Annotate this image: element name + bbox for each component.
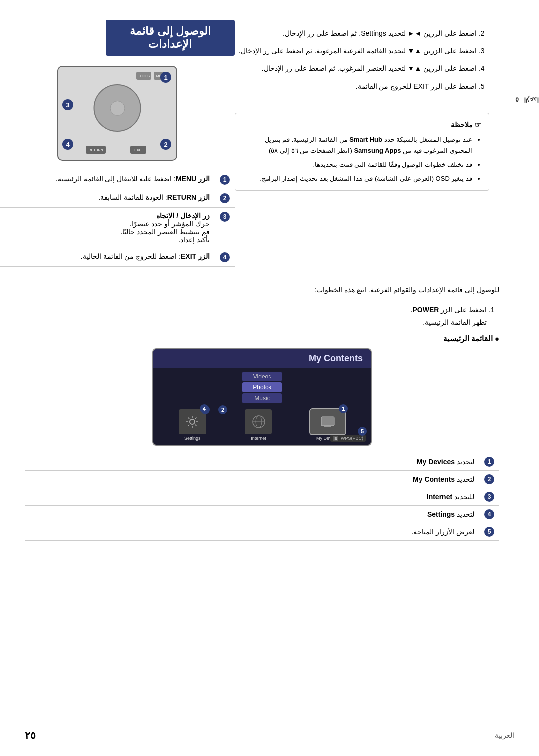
main-steps: اضغط على الزر POWER. تظهر القائمة الرئيس… — [25, 304, 499, 329]
step-2: اضغط على الزرين ◄► لتحديد Settings. ثم ا… — [235, 27, 477, 40]
mc-title: My Contents — [153, 349, 371, 368]
badge-1: 1 — [160, 72, 171, 83]
bottom-badge-2: 2 — [484, 474, 494, 484]
right-content: الوصول إلى قائمة الإعدادات MENU TOOLS 1 — [0, 20, 235, 267]
mc-menu-list: Videos Photos Music — [153, 368, 371, 405]
left-content: اضغط على الزرين ◄► لتحديد Settings. ثم ا… — [235, 20, 499, 267]
info-row-1: 1 الزر MENU: اضغط عليه للانتقال إلى القا… — [0, 171, 235, 189]
svg-rect-1 — [324, 426, 331, 427]
main-step-1: اضغط على الزر POWER. تظهر القائمة الرئيس… — [25, 304, 487, 329]
my-contents-box: My Contents Videos Photos Music 2 3 1 — [152, 348, 372, 446]
svg-rect-0 — [321, 417, 334, 426]
mc-item-music[interactable]: Music — [242, 393, 282, 403]
step-5: اضغط على الزر EXIT للخروج من القائمة. — [235, 80, 477, 93]
sub-header: ● القائمة الرئيسية — [25, 334, 499, 343]
my-contents-container: My Contents Videos Photos Music 2 3 1 — [25, 348, 499, 446]
internet-label: Internet — [251, 436, 266, 441]
step-4: اضغط على الزرين ▲▼ لتحديد العنصر المرغوب… — [235, 62, 477, 75]
badge-4: 4 — [62, 139, 73, 150]
bottom-badge-1: 1 — [484, 457, 494, 467]
badge-num-1: 1 — [220, 175, 230, 185]
info-row-4: 4 الزر EXIT: اضغط للخروج من القائمة الحا… — [0, 248, 235, 267]
bottom-badge-3: 3 — [484, 492, 494, 502]
bottom-row-5: 5 لعرض الأزرار المتاحة. — [25, 523, 499, 540]
note-item-2: قد تختلف خطوات الوصول وفقًا للقائمة التي… — [243, 159, 472, 170]
mc-item-videos[interactable]: Videos — [242, 372, 282, 381]
mc-badge-2: 2 — [218, 405, 227, 414]
my-devices-icon — [310, 409, 345, 434]
note-box: ☞ ملاحظة عند توصيل المشغل بالشبكة حدد Sm… — [235, 113, 489, 191]
mc-internet[interactable]: Internet — [245, 409, 272, 441]
remote-info-table: 1 الزر MENU: اضغط عليه للانتقال إلى القا… — [0, 171, 235, 267]
internet-icon — [245, 409, 272, 434]
intro-paragraph: للوصول إلى قائمة الإعدادات والقوائم الفر… — [25, 284, 499, 296]
main-section: للوصول إلى قائمة الإعدادات والقوائم الفر… — [25, 284, 499, 541]
sidebar-label: ٥ الإعداد — [515, 96, 539, 104]
info-row-3: 3 زر الإدخال / الاتجاه حرك المؤشر أو حدد… — [0, 208, 235, 248]
mc-badge-1: 1 — [339, 404, 348, 413]
badge-num-2: 2 — [220, 193, 230, 203]
bottom-row-3: 3 للتحديد Internet — [25, 488, 499, 505]
note-title: ☞ ملاحظة — [243, 119, 481, 131]
bottom-text-4: لتحديد Settings — [25, 505, 479, 523]
nav-circle — [94, 84, 141, 132]
info-text-4: الزر EXIT: اضغط للخروج من القائمة الحالي… — [0, 248, 215, 267]
section-header: الوصول إلى قائمة الإعدادات — [106, 20, 235, 56]
bottom-badge-5: 5 — [484, 527, 494, 537]
info-row-2: 2 الزر RETURN: العودة للقائمة السابقة. — [0, 189, 235, 208]
svg-point-5 — [190, 419, 195, 424]
step-3: اضغط على الزرين ▲▼ لتحديد القائمة الفرعي… — [235, 45, 477, 57]
bottom-row-1: 1 لتحديد My Devices — [25, 453, 499, 471]
wps-label: B WPS(PBC) — [330, 435, 366, 442]
info-text-2: الزر RETURN: العودة للقائمة السابقة. — [0, 189, 215, 208]
page-footer: العربية ٢٥ — [25, 729, 514, 741]
tools-button[interactable]: TOOLS — [136, 72, 151, 80]
mc-badge-5: 5 — [358, 427, 367, 436]
divider-1 — [25, 276, 499, 276]
bottom-row-2: 2 لتحديد My Contents — [25, 470, 499, 488]
note-item-1: عند توصيل المشغل بالشبكة حدد Smart Hub م… — [243, 134, 472, 156]
mc-item-photos[interactable]: Photos — [242, 382, 282, 392]
bottom-row-4: 4 لتحديد Settings — [25, 505, 499, 523]
return-button[interactable]: RETURN — [86, 146, 106, 154]
mc-settings[interactable]: 4 Settings — [179, 409, 206, 441]
bottom-text-2: لتحديد My Contents — [25, 470, 479, 488]
page-number: ٢٥ — [25, 729, 36, 741]
steps-list: اضغط على الزرين ◄► لتحديد Settings. ثم ا… — [235, 20, 489, 105]
footer-lang: العربية — [495, 731, 514, 739]
bottom-info-table: 1 لتحديد My Devices 2 لتحديد My Contents… — [25, 453, 499, 541]
remote-diagram: MENU TOOLS 1 2 3 4 RETURN — [57, 66, 177, 161]
bottom-text-3: للتحديد Internet — [25, 488, 479, 505]
bottom-badge-4: 4 — [484, 509, 494, 519]
badge-num-4: 4 — [220, 252, 230, 262]
mc-badge-4: 4 — [200, 404, 209, 413]
note-item-3: قد يتغير OSD (العرض على الشاشة) في هذا ا… — [243, 173, 472, 184]
enter-button[interactable] — [110, 101, 125, 116]
settings-label: Settings — [184, 436, 201, 441]
badge-num-3: 3 — [220, 212, 230, 222]
badge-3: 3 — [62, 99, 73, 110]
badge-2: 2 — [160, 139, 171, 150]
info-text-1: الزر MENU: اضغط عليه للانتقال إلى القائم… — [0, 171, 215, 189]
info-text-3: زر الإدخال / الاتجاه حرك المؤشر أو حدد ع… — [0, 208, 215, 248]
page: ٥ الإعداد اضغط على الزرين ◄► لتحديد Sett… — [0, 0, 539, 756]
bottom-text-5: لعرض الأزرار المتاحة. — [25, 523, 479, 540]
exit-button[interactable]: EXIT — [130, 146, 146, 154]
bottom-text-1: لتحديد My Devices — [25, 453, 479, 471]
mc-bottom-row: 2 3 1 My Devices — [153, 405, 371, 445]
